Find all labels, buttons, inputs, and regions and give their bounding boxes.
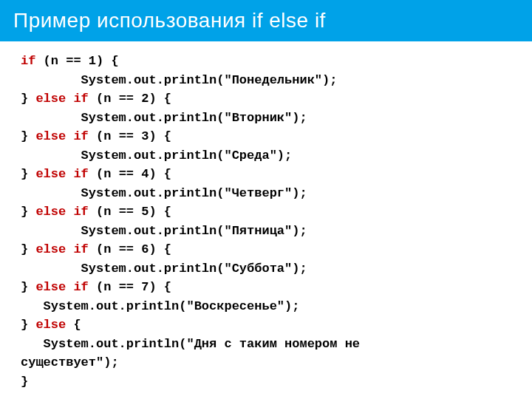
- code-text: System.out.println("Среда");: [21, 149, 292, 163]
- code-line: System.out.println("Четверг");: [21, 184, 511, 203]
- code-text: }: [21, 242, 35, 256]
- code-text: }: [21, 205, 35, 219]
- code-line: } else if (n == 6) {: [21, 240, 511, 259]
- code-keyword: else if: [35, 92, 88, 106]
- code-text: }: [21, 167, 35, 181]
- code-keyword: else if: [35, 167, 88, 181]
- slide-title-text: Пример использования if else if: [13, 9, 326, 32]
- code-text: }: [21, 92, 35, 106]
- code-keyword: if: [21, 54, 35, 68]
- code-text: }: [21, 375, 28, 389]
- code-line: System.out.println("Вторник");: [21, 109, 511, 128]
- code-keyword: else if: [35, 280, 88, 294]
- code-keyword: else: [35, 318, 66, 332]
- code-text: System.out.println("Четверг");: [21, 186, 307, 200]
- code-line: } else if (n == 7) {: [21, 278, 511, 297]
- code-line: System.out.println("Среда");: [21, 146, 511, 166]
- code-text: (n == 6) {: [89, 242, 171, 256]
- code-text: {: [66, 318, 81, 332]
- code-text: (n == 7) {: [89, 280, 171, 294]
- code-text: }: [21, 318, 35, 332]
- code-line: } else if (n == 5) {: [21, 202, 511, 222]
- code-keyword: else if: [35, 205, 88, 219]
- code-text: System.out.println("Воскресенье");: [21, 299, 299, 313]
- code-text: System.out.println("Суббота");: [21, 262, 307, 276]
- code-line: System.out.println("Дня с таким номером …: [21, 335, 511, 354]
- code-text: System.out.println("Вторник");: [21, 111, 307, 125]
- code-text: System.out.println("Понедельник");: [21, 73, 337, 87]
- code-line: System.out.println("Пятница");: [21, 222, 511, 241]
- slide-title: Пример использования if else if: [0, 0, 532, 41]
- code-line: } else if (n == 2) {: [21, 89, 511, 109]
- code-text: (n == 2) {: [89, 92, 171, 106]
- code-text: (n == 3) {: [89, 129, 171, 143]
- code-line: }: [21, 372, 511, 392]
- code-text: (n == 4) {: [89, 167, 171, 181]
- code-text: (n == 1) {: [35, 54, 118, 68]
- code-example: if (n == 1) { System.out.println("Понеде…: [0, 41, 532, 399]
- code-line: } else if (n == 3) {: [21, 127, 511, 146]
- code-line: System.out.println("Суббота");: [21, 259, 511, 279]
- code-text: System.out.println("Дня с таким номером …: [21, 337, 360, 351]
- code-line: существует");: [21, 353, 511, 372]
- code-text: }: [21, 129, 35, 143]
- code-line: } else {: [21, 316, 511, 335]
- code-text: }: [21, 280, 35, 294]
- code-line: System.out.println("Воскресенье");: [21, 297, 511, 316]
- code-text: существует");: [21, 355, 119, 369]
- code-line: if (n == 1) {: [21, 52, 511, 71]
- code-keyword: else if: [35, 242, 88, 256]
- code-text: (n == 5) {: [89, 205, 171, 219]
- code-text: System.out.println("Пятница");: [21, 224, 307, 238]
- code-line: } else if (n == 4) {: [21, 165, 511, 184]
- code-keyword: else if: [35, 129, 88, 143]
- code-line: System.out.println("Понедельник");: [21, 71, 511, 90]
